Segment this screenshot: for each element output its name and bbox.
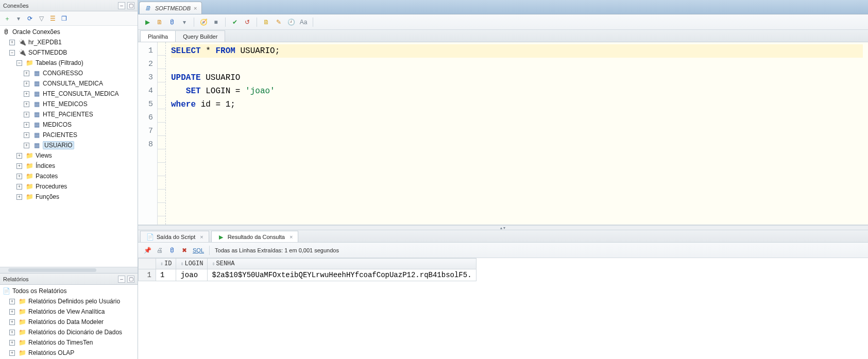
expand-icon[interactable]: + xyxy=(24,101,29,107)
tree-table[interactable]: +PACIENTES xyxy=(22,130,138,140)
subtab-query-builder[interactable]: Query Builder xyxy=(175,30,225,42)
cell-senha[interactable]: $2a$10$Y50UaMFOxteibQEYLrwuHeehHYfcoafCo… xyxy=(208,269,476,281)
run-script-icon[interactable]: 🗎 xyxy=(156,18,164,26)
reports-item[interactable]: +Relatórios do Data Modeler xyxy=(7,317,138,327)
restore-pane-icon[interactable]: ▢ xyxy=(127,276,134,283)
play-icon xyxy=(217,233,225,241)
reports-item[interactable]: +Relatórios Definidos pelo Usuário xyxy=(7,296,138,306)
cell-login[interactable]: joao xyxy=(176,269,208,281)
file-tab-softmeddb[interactable]: SOFTMEDDB × xyxy=(139,2,202,14)
expand-icon[interactable]: + xyxy=(16,174,22,179)
close-tab-icon[interactable]: × xyxy=(290,234,293,240)
col-header-senha[interactable]: ⇕SENHA xyxy=(208,259,476,269)
col-header-login[interactable]: ⇕LOGIN xyxy=(176,259,208,269)
tree-table[interactable]: +MEDICOS xyxy=(22,119,138,130)
dropdown-icon[interactable]: ▾ xyxy=(180,18,189,26)
col-header-id[interactable]: ⇕ID xyxy=(156,259,176,269)
expand-icon[interactable]: + xyxy=(24,122,29,128)
tree-procedures-folder[interactable]: +Procedures xyxy=(14,181,138,192)
tree-table[interactable]: +HTE_MEDICOS xyxy=(22,99,138,109)
expand-icon[interactable]: + xyxy=(9,340,15,346)
collapse-icon[interactable]: − xyxy=(16,60,22,66)
sort-handle-icon[interactable]: ⇕ xyxy=(212,261,215,267)
tree-connection-hr[interactable]: + hr_XEPDB1 xyxy=(7,37,138,47)
expand-icon[interactable]: + xyxy=(16,184,22,190)
rollback-icon[interactable]: ↺ xyxy=(243,18,251,26)
results-grid[interactable]: ⇕ID ⇕LOGIN ⇕SENHA 1 1 joao $2a$10$Y50UaM… xyxy=(138,258,868,359)
tree-views-folder[interactable]: +Views xyxy=(14,150,138,161)
tree-table[interactable]: +CONGRESSO xyxy=(22,68,138,78)
sort-handle-icon[interactable]: ⇕ xyxy=(180,261,183,267)
rownum-header[interactable] xyxy=(139,259,156,269)
table-row[interactable]: 1 1 joao $2a$10$Y50UaMFOxteibQEYLrwuHeeh… xyxy=(139,269,476,281)
collapse-icon[interactable]: − xyxy=(9,50,15,56)
minimize-pane-icon[interactable]: – xyxy=(118,2,125,9)
expand-icon[interactable]: + xyxy=(9,350,15,356)
dropdown-icon[interactable]: ▾ xyxy=(14,14,23,23)
delete-icon[interactable]: ✖ xyxy=(180,246,189,254)
reports-item[interactable]: +Relatórios do TimesTen xyxy=(7,337,138,348)
tree-root-oracle[interactable]: Oracle Conexões xyxy=(0,27,138,37)
expand-icon[interactable]: + xyxy=(9,309,15,315)
tree-table-usuario[interactable]: +USUARIO xyxy=(22,140,138,150)
reports-root[interactable]: Todos os Relatórios xyxy=(0,286,138,296)
reports-item[interactable]: +Relatórios OLAP xyxy=(7,348,138,358)
close-tab-icon[interactable]: × xyxy=(200,234,203,240)
tree-table[interactable]: +HTE_PACIENTES xyxy=(22,109,138,119)
restore-pane-icon[interactable]: ▢ xyxy=(127,2,134,9)
filter-settings-icon[interactable]: ☰ xyxy=(48,14,57,23)
expand-icon[interactable]: + xyxy=(16,194,22,200)
expand-icon[interactable]: + xyxy=(24,81,29,87)
print-icon[interactable]: 🖨 xyxy=(156,246,164,254)
explain-plan-icon[interactable]: 🛢 xyxy=(168,18,176,26)
horizontal-splitter[interactable]: ▴▾ xyxy=(138,225,868,230)
connection-tree-icon[interactable]: ❐ xyxy=(60,14,68,23)
run-statement-icon[interactable]: ▶ xyxy=(143,18,151,26)
reports-item[interactable]: +Relatórios de View Analítica xyxy=(7,306,138,317)
expand-icon[interactable]: + xyxy=(9,330,15,335)
commit-icon[interactable]: ✔ xyxy=(231,18,239,26)
expand-icon[interactable]: + xyxy=(9,40,15,45)
expand-icon[interactable]: + xyxy=(24,91,29,97)
case-toggle-icon[interactable]: Aa xyxy=(299,18,308,26)
cell-id[interactable]: 1 xyxy=(156,269,176,281)
tree-funcoes-folder[interactable]: +Funções xyxy=(14,192,138,202)
pin-icon[interactable]: 📌 xyxy=(143,246,151,254)
tree-pacotes-folder[interactable]: +Pacotes xyxy=(14,171,138,181)
sql-history-icon[interactable]: 🕘 xyxy=(287,18,295,26)
expand-icon[interactable]: + xyxy=(24,112,29,117)
unshare-worksheet-icon[interactable]: 🗎 xyxy=(262,18,270,26)
tree-table[interactable]: +HTE_CONSULTA_MEDICA xyxy=(22,89,138,99)
results-tab-script-output[interactable]: Saída do Script × xyxy=(140,231,209,242)
add-connection-icon[interactable]: ＋ xyxy=(3,14,11,23)
expand-icon[interactable]: + xyxy=(24,71,29,76)
tree-connection-softmeddb[interactable]: − SOFTMEDDB xyxy=(7,47,138,58)
close-tab-icon[interactable]: × xyxy=(194,5,197,11)
sort-handle-icon[interactable]: ⇕ xyxy=(160,261,163,267)
export-icon[interactable]: 🛢 xyxy=(168,246,176,254)
sql-link[interactable]: SQL xyxy=(193,247,204,253)
connections-tree[interactable]: Oracle Conexões + hr_XEPDB1 − xyxy=(0,26,138,267)
tree-table[interactable]: +CONSULTA_MEDICA xyxy=(22,78,138,89)
results-tab-query-result[interactable]: Resultado da Consulta × xyxy=(211,231,299,242)
horizontal-scrollbar[interactable] xyxy=(0,267,138,273)
expand-icon[interactable]: + xyxy=(9,299,15,304)
filter-icon[interactable]: ▽ xyxy=(37,14,45,23)
tree-tables-folder[interactable]: − Tabelas (Filtrado) xyxy=(14,58,138,68)
reports-item[interactable]: +Relatórios do Dicionário de Dados xyxy=(7,327,138,337)
minimize-pane-icon[interactable]: – xyxy=(118,276,125,283)
refresh-icon[interactable]: ⟳ xyxy=(26,14,34,23)
clear-icon[interactable]: ✎ xyxy=(275,18,283,26)
cancel-icon[interactable]: ■ xyxy=(212,18,220,26)
expand-icon[interactable]: + xyxy=(24,143,29,148)
expand-icon[interactable]: + xyxy=(24,132,29,138)
expand-icon[interactable]: + xyxy=(9,319,15,325)
autotrace-icon[interactable]: 🧭 xyxy=(199,18,208,26)
editor-code-area[interactable]: SELECT * FROM USUARIO; UPDATE USUARIO SE… xyxy=(166,42,868,225)
subtab-planilha[interactable]: Planilha xyxy=(140,30,176,42)
sql-editor[interactable]: 1 2 3 4 5 6 7 8 SELECT * FROM USUARIO; U… xyxy=(138,42,868,225)
tree-indices-folder[interactable]: +Índices xyxy=(14,161,138,171)
reports-tree[interactable]: Todos os Relatórios +Relatórios Definido… xyxy=(0,285,138,359)
expand-icon[interactable]: + xyxy=(16,163,22,169)
expand-icon[interactable]: + xyxy=(16,153,22,159)
